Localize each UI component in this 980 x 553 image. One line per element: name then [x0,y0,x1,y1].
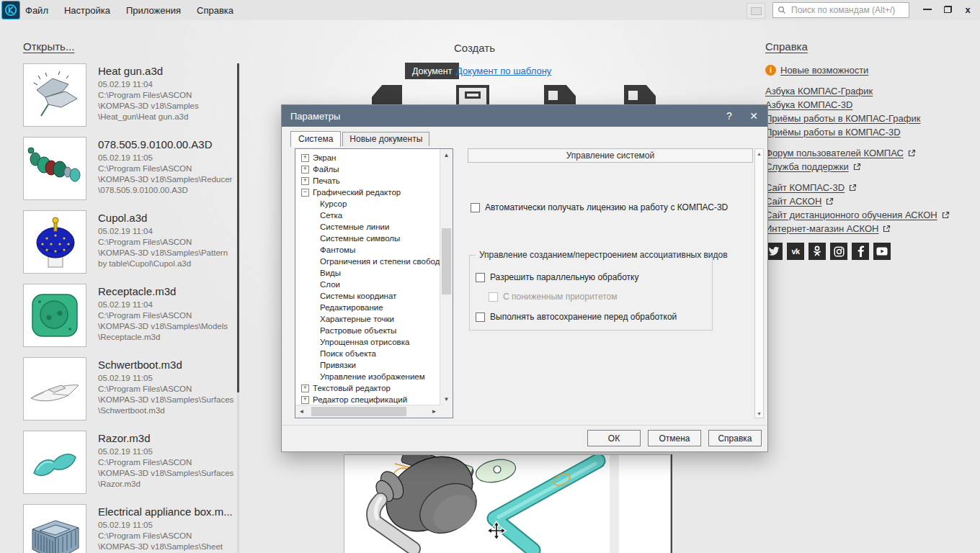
list-item[interactable]: 078.505.9.0100.00.A3D 05.02.19 11:05 C:\… [23,137,236,210]
help-heading-link[interactable]: Справка [765,40,808,53]
social-icons: vk [765,243,891,260]
minimize-button[interactable] [917,0,938,19]
tree-item[interactable]: Фантомы [295,244,440,256]
list-item[interactable]: Electrical appliance box.m... 05.02.19 1… [23,504,236,553]
tree-expander-icon[interactable]: + [301,396,309,404]
close-button[interactable]: x [957,0,979,19]
tree-scrollbar-thumb[interactable] [442,228,451,295]
open-link[interactable]: Открыть... [23,40,74,53]
help-link[interactable]: Приёмы работы в КОМПАС-График [765,112,920,125]
youtube-icon[interactable] [873,243,891,260]
list-item[interactable]: Razor.m3d 05.02.19 11:05 C:\Program File… [23,431,236,504]
tree-item[interactable]: Характерные точки [295,313,440,325]
preview-right-edge [671,454,672,553]
tree-item[interactable]: Управление изображением [295,371,440,382]
file-info: Schwertboot.m3d 05.02.19 11:05 C:\Progra… [98,359,236,416]
tree-expander-icon[interactable]: + [301,154,309,162]
list-item[interactable]: Heat gun.a3d 05.02.19 11:04 C:\Program F… [23,63,236,137]
title-bar[interactable]: Файл Настройка Приложения Справка x [0,0,980,20]
list-item[interactable]: Schwertboot.m3d 05.02.19 11:05 C:\Progra… [23,357,236,431]
tree-item[interactable]: Ограничения и степени свободы [295,256,440,267]
tree-item[interactable]: Системы координат [295,290,440,302]
file-list-scrollbar-thumb[interactable] [237,63,239,392]
help-link[interactable]: Сайт АСКОН [765,194,821,208]
tree-item-label: Ограничения и степени свободы [320,257,440,266]
tree-item[interactable]: Курсор [295,198,440,210]
help-link[interactable]: Интернет-магазин АСКОН [765,222,878,235]
odnoklassniki-icon[interactable] [808,243,826,260]
tree-expander-icon[interactable]: − [301,189,309,197]
panel-scrollbar[interactable]: ▲ ▼ [754,148,764,418]
license-checkbox-row[interactable]: Автоматически получать лицензию на работ… [471,202,728,212]
menu-item[interactable]: Настройка [62,4,112,17]
tree-item[interactable]: Упрощенная отрисовка [295,336,440,348]
menu-item[interactable]: Приложения [124,4,183,17]
help-link[interactable]: Приёмы работы в КОМПАС-3D [765,125,901,139]
menu-item[interactable]: Файл [23,4,50,17]
tree-item[interactable]: + Текстовый редактор [295,382,440,394]
dialog-titlebar[interactable]: Параметры [282,105,767,127]
tree-item[interactable]: Сетка [295,210,440,221]
help-link[interactable]: Новые возможности [780,63,868,77]
checkbox-unchecked[interactable] [471,203,480,212]
vk-icon[interactable]: vk [787,243,804,260]
cancel-button[interactable]: Отмена [648,430,701,446]
facebook-icon[interactable] [852,243,869,260]
dialog-help-button[interactable]: ? [717,105,741,127]
list-item[interactable]: Cupol.a3d 05.02.19 11:04 C:\Program File… [23,210,236,284]
scroll-down-icon[interactable]: ▼ [440,393,453,405]
tree-item[interactable]: + Файлы [295,163,440,175]
help-button[interactable]: Справка [708,430,762,446]
tree-hscrollbar-thumb[interactable] [311,407,406,416]
tree-item[interactable]: Привязки [295,359,440,371]
tree-item[interactable]: Слои [295,279,440,290]
dialog-close-button[interactable]: ✕ [741,105,766,127]
tree-item[interactable]: Редактирование [295,302,440,313]
list-item[interactable]: Receptacle.m3d 05.02.19 11:04 C:\Program… [23,284,236,357]
tree-item[interactable]: + Экран [295,152,440,163]
help-link[interactable]: Сайт дистанционного обучения АСКОН [765,208,937,222]
help-link[interactable]: Форум пользователей КОМПАС [765,146,904,160]
external-link-icon [826,194,834,208]
scroll-left-icon[interactable]: ◄ [295,405,308,418]
tree-item[interactable]: − Графический редактор [295,186,440,198]
tree-expander-icon[interactable]: + [301,177,309,185]
help-link-row: i Приёмы работы в КОМПАС-График [765,112,980,125]
scroll-down-icon[interactable]: ▼ [755,409,763,418]
search-input[interactable] [790,4,904,16]
kompas-logo[interactable] [1,1,20,19]
screen-capture-icon[interactable] [747,3,765,19]
help-link[interactable]: Служба поддержки [765,160,849,174]
checkbox-unchecked[interactable] [476,313,485,322]
tree-item[interactable]: Виды [295,267,440,279]
tree-item[interactable]: Системные символы [295,233,440,244]
tree-item[interactable]: Системные линии [295,221,440,233]
autosave-checkbox-row[interactable]: Выполнять автосохранение перед обработко… [476,312,677,322]
document-by-template-link[interactable]: Документ по шаблону [456,66,551,76]
scroll-right-icon[interactable]: ► [428,405,440,418]
restore-button[interactable] [937,0,958,19]
instagram-icon[interactable] [830,243,847,260]
scroll-up-icon[interactable]: ▲ [440,149,453,161]
tree-expander-icon[interactable]: + [301,166,309,174]
tree-horizontal-scrollbar[interactable]: ◄ ► [295,405,440,418]
tree-vertical-scrollbar[interactable]: ▲ ▼ [440,149,453,405]
checkbox-unchecked[interactable] [476,273,485,282]
menu-item[interactable]: Справка [195,4,236,17]
tab-new-documents[interactable]: Новые документы [342,132,429,146]
file-path: C:\Program Files\ASCON \KOMPAS-3D v18\Sa… [98,310,236,343]
help-link[interactable]: Сайт КОМПАС-3D [765,181,845,194]
tree-item[interactable]: Поиск объекта [295,348,440,359]
command-search[interactable] [772,2,909,18]
document-tab-button[interactable]: Документ [405,63,459,79]
tree-expander-icon[interactable]: + [301,385,309,392]
help-link[interactable]: Азбука КОМПАС-График [765,84,873,98]
help-link[interactable]: Азбука КОМПАС-3D [765,98,852,112]
tree-item[interactable]: + Печать [295,175,440,186]
tree-item[interactable]: + Редактор спецификаций [295,394,440,405]
scroll-up-icon[interactable]: ▲ [755,149,763,158]
tree-item[interactable]: Растровые объекты [295,325,440,336]
tab-system[interactable]: Система [290,131,341,147]
parallel-checkbox-row[interactable]: Разрешить параллельную обработку [476,272,638,282]
ok-button[interactable]: ОК [587,430,641,446]
